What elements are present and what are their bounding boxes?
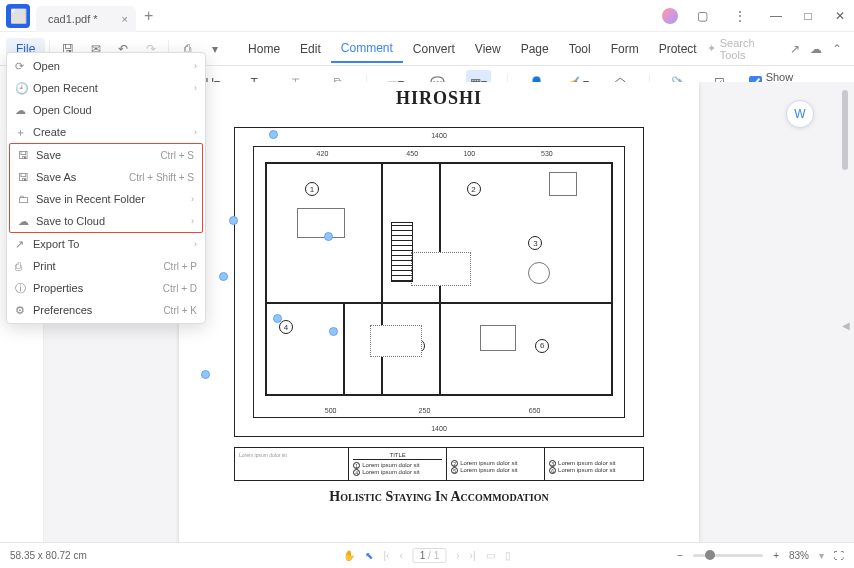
gear-icon: ⚙ bbox=[15, 304, 33, 317]
select-tool-icon[interactable]: ⬉ bbox=[365, 550, 373, 561]
last-page-icon[interactable]: ›| bbox=[470, 550, 476, 561]
total-pages: / 1 bbox=[428, 550, 439, 561]
menu-page[interactable]: Page bbox=[511, 36, 559, 62]
export-icon: ↗ bbox=[15, 238, 33, 251]
chevron-right-icon: › bbox=[194, 61, 197, 71]
fm-save-as[interactable]: 🖫Save AsCtrl + Shift + S bbox=[10, 166, 202, 188]
current-page[interactable]: 1 bbox=[420, 550, 426, 561]
app-icon: ⬜ bbox=[6, 4, 30, 28]
fm-create[interactable]: ＋Create› bbox=[7, 121, 205, 143]
legend: Lorem ipsum dolor sit TITLE 1Lorem ipsum… bbox=[234, 447, 644, 481]
menu-form[interactable]: Form bbox=[601, 36, 649, 62]
search-tools[interactable]: ✦ Search Tools bbox=[707, 37, 780, 61]
fm-open-recent[interactable]: 🕘Open Recent› bbox=[7, 77, 205, 99]
minimize-button[interactable]: — bbox=[762, 2, 790, 30]
fm-export[interactable]: ↗Export To› bbox=[7, 233, 205, 255]
chevron-right-icon: › bbox=[191, 194, 194, 204]
annotation-marker[interactable] bbox=[229, 216, 238, 225]
ai-icon[interactable] bbox=[662, 8, 678, 24]
menu-protect[interactable]: Protect bbox=[649, 36, 707, 62]
zoom-dropdown-icon[interactable]: ▾ bbox=[819, 550, 824, 561]
open-icon: ⟳ bbox=[15, 60, 33, 73]
doc-heading: HIROSHI bbox=[179, 88, 699, 109]
cloud-icon: ☁ bbox=[18, 215, 36, 228]
scrollbar[interactable] bbox=[834, 82, 854, 542]
fm-open-cloud[interactable]: ☁Open Cloud bbox=[7, 99, 205, 121]
save-group-highlight: 🖫SaveCtrl + S 🖫Save AsCtrl + Shift + S 🗀… bbox=[9, 143, 203, 233]
room-1: 1 bbox=[305, 182, 319, 196]
word-export-fab[interactable]: W bbox=[786, 100, 814, 128]
annotation-marker[interactable] bbox=[329, 327, 338, 336]
zoom-level[interactable]: 83% bbox=[789, 550, 809, 561]
continuous-page-icon[interactable]: ▯ bbox=[505, 550, 511, 561]
annotation-marker[interactable] bbox=[269, 130, 278, 139]
collapse-sidebar-icon[interactable]: ◀ bbox=[842, 320, 850, 331]
fm-save-cloud[interactable]: ☁Save to Cloud› bbox=[10, 210, 202, 232]
annotation-marker[interactable] bbox=[201, 370, 210, 379]
notify-icon[interactable]: ▢ bbox=[688, 2, 716, 30]
first-page-icon[interactable]: |‹ bbox=[383, 550, 389, 561]
fm-save-recent-folder[interactable]: 🗀Save in Recent Folder› bbox=[10, 188, 202, 210]
document-tab[interactable]: cad1.pdf * × bbox=[36, 6, 136, 32]
menu-comment[interactable]: Comment bbox=[331, 35, 403, 63]
zoom-slider[interactable] bbox=[693, 554, 763, 557]
floor-plan: 1400 1400 420 450 100 530 500 250 650 1 … bbox=[234, 127, 644, 437]
pdf-page: HIROSHI 1400 1400 420 450 100 530 500 25… bbox=[179, 82, 699, 542]
single-page-icon[interactable]: ▭ bbox=[486, 550, 495, 561]
search-placeholder: Search Tools bbox=[720, 37, 780, 61]
chevron-right-icon: › bbox=[194, 83, 197, 93]
room-6: 6 bbox=[535, 339, 549, 353]
fm-open[interactable]: ⟳Open› bbox=[7, 55, 205, 77]
fit-page-icon[interactable]: ⛶ bbox=[834, 550, 844, 561]
plus-icon: ＋ bbox=[15, 125, 33, 140]
print-icon: ⎙ bbox=[15, 260, 33, 272]
recent-icon: 🕘 bbox=[15, 82, 33, 95]
save-as-icon: 🖫 bbox=[18, 171, 36, 183]
info-icon: ⓘ bbox=[15, 281, 33, 296]
maximize-button[interactable]: □ bbox=[794, 2, 822, 30]
close-window-button[interactable]: ✕ bbox=[826, 2, 854, 30]
window-controls: ▢ ⋮ — □ ✕ bbox=[662, 2, 854, 30]
fm-properties[interactable]: ⓘPropertiesCtrl + D bbox=[7, 277, 205, 299]
annotation-marker[interactable] bbox=[273, 314, 282, 323]
menu-home[interactable]: Home bbox=[238, 36, 290, 62]
next-page-icon[interactable]: › bbox=[456, 550, 459, 561]
folder-icon: 🗀 bbox=[18, 193, 36, 205]
kebab-icon[interactable]: ⋮ bbox=[726, 2, 754, 30]
prev-page-icon[interactable]: ‹ bbox=[399, 550, 402, 561]
annotation-marker[interactable] bbox=[219, 272, 228, 281]
legend-title: TITLE bbox=[353, 452, 442, 460]
tab-title: cad1.pdf * bbox=[48, 13, 98, 25]
collapse-icon[interactable]: ⌃ bbox=[832, 42, 842, 56]
save-icon: 🖫 bbox=[18, 149, 36, 161]
titlebar: ⬜ cad1.pdf * × + ▢ ⋮ — □ ✕ bbox=[0, 0, 854, 32]
menu-tool[interactable]: Tool bbox=[559, 36, 601, 62]
fm-preferences[interactable]: ⚙PreferencesCtrl + K bbox=[7, 299, 205, 321]
cloud-icon[interactable]: ☁ bbox=[810, 42, 822, 56]
chevron-right-icon: › bbox=[194, 239, 197, 249]
doc-caption: Holistic Staying In Accommodation bbox=[179, 489, 699, 505]
fm-save[interactable]: 🖫SaveCtrl + S bbox=[10, 144, 202, 166]
share-icon[interactable]: ↗ bbox=[790, 42, 800, 56]
zoom-in-icon[interactable]: + bbox=[773, 550, 779, 561]
zoom-out-icon[interactable]: − bbox=[677, 550, 683, 561]
new-tab-button[interactable]: + bbox=[144, 7, 153, 25]
menu-view[interactable]: View bbox=[465, 36, 511, 62]
status-bar: 58.35 x 80.72 cm ✋ ⬉ |‹ ‹ 1 / 1 › ›| ▭ ▯… bbox=[0, 542, 854, 568]
coords-readout: 58.35 x 80.72 cm bbox=[10, 550, 87, 561]
annotation-marker[interactable] bbox=[324, 232, 333, 241]
fm-print[interactable]: ⎙PrintCtrl + P bbox=[7, 255, 205, 277]
hand-tool-icon[interactable]: ✋ bbox=[343, 550, 355, 561]
room-4: 4 bbox=[279, 320, 293, 334]
file-dropdown: ⟳Open› 🕘Open Recent› ☁Open Cloud ＋Create… bbox=[6, 52, 206, 324]
dim-bot: 1400 bbox=[431, 425, 447, 432]
chevron-right-icon: › bbox=[191, 216, 194, 226]
room-3: 3 bbox=[528, 236, 542, 250]
dropdown-icon[interactable]: ▾ bbox=[204, 38, 226, 60]
menu-edit[interactable]: Edit bbox=[290, 36, 331, 62]
close-tab-icon[interactable]: × bbox=[122, 13, 128, 25]
wand-icon: ✦ bbox=[707, 42, 716, 55]
dim-top: 1400 bbox=[431, 132, 447, 139]
room-2: 2 bbox=[467, 182, 481, 196]
menu-convert[interactable]: Convert bbox=[403, 36, 465, 62]
